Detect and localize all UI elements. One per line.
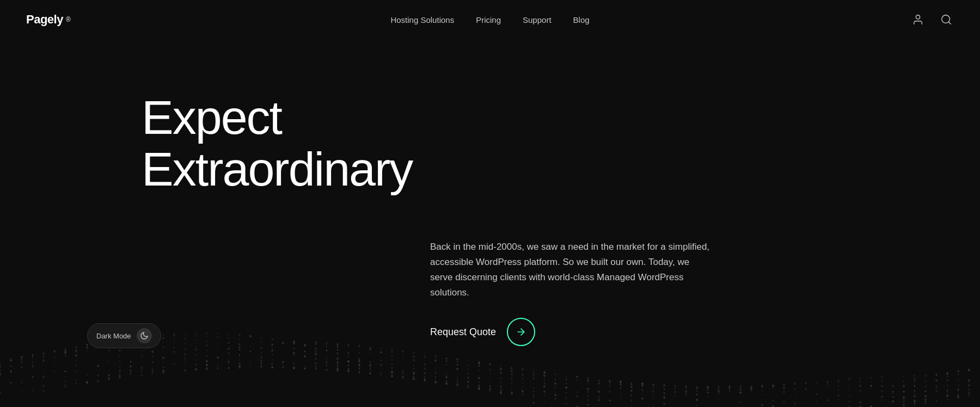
svg-point-87 [10,366,12,368]
logo[interactable]: Pagely® [26,13,70,27]
svg-point-204 [478,387,480,388]
svg-point-753 [370,349,371,350]
svg-point-734 [10,387,11,388]
svg-point-672 [228,367,229,368]
svg-point-432 [664,385,665,386]
svg-point-776 [64,386,66,387]
svg-point-99 [174,335,175,336]
svg-point-538 [434,368,436,369]
user-icon[interactable] [910,12,926,27]
svg-point-802 [32,392,33,393]
svg-point-375 [837,394,840,397]
svg-point-553 [675,391,676,392]
svg-point-559 [761,404,763,406]
svg-point-655 [675,400,676,402]
svg-point-563 [968,394,970,396]
svg-point-653 [642,393,643,394]
svg-point-515 [97,360,99,361]
svg-point-596 [577,377,578,378]
svg-point-733 [0,387,1,389]
svg-point-856 [413,355,415,357]
svg-point-348 [479,381,480,383]
svg-point-330 [206,350,207,351]
svg-point-415 [445,377,447,378]
svg-point-781 [260,351,262,353]
dark-mode-label: Dark Mode [96,332,131,340]
svg-point-500 [773,400,774,402]
svg-point-831 [859,402,861,403]
svg-point-208 [522,390,524,392]
svg-point-889 [413,365,414,366]
svg-point-237 [892,385,894,387]
svg-point-455 [64,355,66,357]
svg-point-157 [871,381,872,382]
svg-point-675 [282,361,284,363]
svg-point-511 [21,362,22,363]
svg-point-383 [10,358,11,360]
svg-point-258 [174,342,175,343]
svg-point-752 [336,349,339,351]
nav-support[interactable]: Support [523,15,552,24]
dark-mode-toggle[interactable]: Dark Mode [87,323,161,348]
svg-point-484 [500,374,501,375]
svg-point-216 [620,391,621,392]
svg-point-871 [544,401,545,402]
svg-point-305 [849,390,850,391]
svg-point-276 [435,381,436,383]
svg-point-77 [871,377,872,379]
svg-point-542 [511,370,513,372]
svg-point-779 [206,360,208,362]
svg-point-300 [783,387,785,389]
svg-point-716 [358,352,360,354]
svg-point-368 [707,386,708,388]
svg-point-359 [609,384,610,385]
svg-point-656 [696,405,697,406]
nav-pricing[interactable]: Pricing [476,15,501,24]
svg-point-298 [762,387,763,388]
svg-point-25 [249,335,252,337]
svg-point-439 [751,393,752,394]
svg-point-387 [64,351,66,353]
search-icon[interactable] [939,12,954,27]
svg-point-420 [500,378,501,379]
svg-point-805 [108,378,109,379]
svg-point-662 [32,376,34,378]
svg-point-369 [729,388,731,390]
svg-point-621 [174,369,175,371]
svg-point-608 [968,392,970,393]
svg-point-537 [424,368,426,370]
svg-point-659 [946,395,948,397]
svg-point-658 [936,399,937,400]
svg-point-345 [446,380,448,381]
svg-point-611 [43,371,44,372]
svg-point-775 [32,389,33,391]
nav-hosting-solutions[interactable]: Hosting Solutions [390,15,454,24]
svg-point-824 [500,377,501,378]
svg-point-774 [21,390,23,392]
svg-point-709 [195,368,197,370]
svg-point-698 [924,398,927,400]
svg-point-385 [32,355,33,356]
svg-point-854 [369,347,371,348]
svg-point-839 [76,383,77,384]
nav-blog[interactable]: Blog [573,15,590,24]
svg-point-585 [369,364,371,366]
svg-point-903 [968,369,970,371]
svg-point-832 [871,399,872,400]
svg-point-219 [664,388,665,390]
svg-point-101 [195,335,197,336]
svg-point-699 [947,392,948,393]
svg-point-304 [838,390,840,391]
svg-point-61 [674,396,676,397]
svg-point-616 [119,370,120,372]
svg-point-725 [533,374,534,375]
svg-point-583 [347,365,349,366]
svg-point-613 [64,371,66,372]
svg-point-73 [827,380,828,381]
svg-point-241 [935,385,938,387]
svg-point-403 [271,363,273,365]
svg-point-893 [500,392,501,394]
svg-point-792 [489,369,491,370]
svg-point-228 [762,385,763,387]
svg-point-896 [805,403,806,404]
